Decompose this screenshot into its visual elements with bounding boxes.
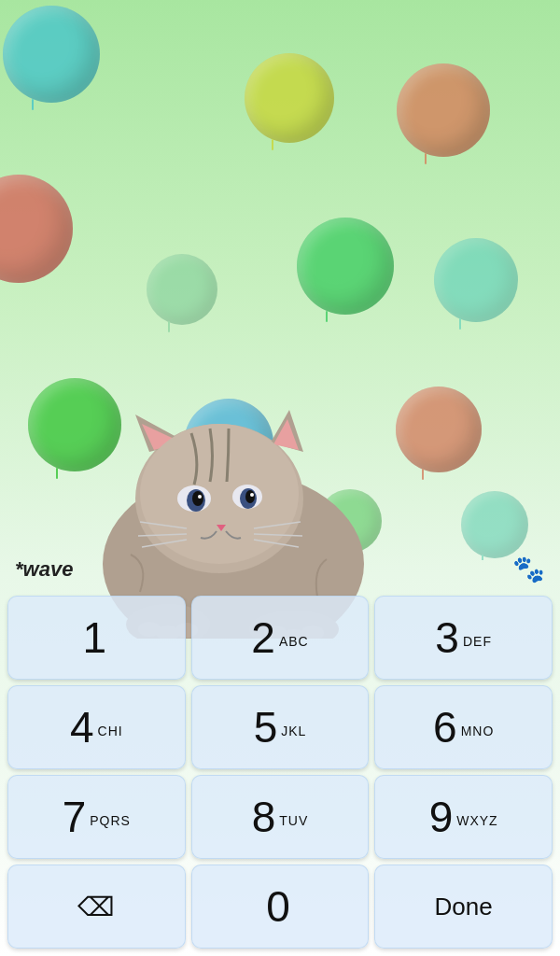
yarn-ball bbox=[0, 175, 73, 283]
key-9-number: 9 bbox=[429, 795, 454, 838]
yarn-ball bbox=[434, 238, 518, 322]
yarn-ball bbox=[245, 53, 334, 143]
key-7-button[interactable]: 7PQRS bbox=[7, 775, 186, 859]
yarn-ball bbox=[147, 254, 217, 325]
yarn-ball bbox=[297, 218, 394, 315]
yarn-ball bbox=[3, 6, 100, 103]
key-0-number: 0 bbox=[266, 885, 290, 928]
key-3-number: 3 bbox=[435, 616, 459, 659]
key-5-number: 5 bbox=[254, 706, 278, 749]
key-2-button[interactable]: 2ABC bbox=[191, 596, 370, 680]
key-6-letters: MNO bbox=[461, 724, 495, 738]
key-3-letters: DEF bbox=[463, 634, 492, 649]
key-7-letters: PQRS bbox=[90, 813, 131, 828]
backspace-icon: ⌫ bbox=[77, 892, 115, 922]
key-4-letters: CHI bbox=[98, 724, 123, 738]
yarn-ball bbox=[184, 399, 273, 488]
key-7-number: 7 bbox=[63, 795, 87, 838]
done-button[interactable]: Done bbox=[374, 865, 553, 949]
background bbox=[0, 0, 560, 560]
paw-icon[interactable]: 🐾 bbox=[512, 554, 545, 584]
yarn-ball bbox=[318, 489, 382, 553]
yarn-ball bbox=[28, 378, 121, 471]
key-1-button[interactable]: 1 bbox=[7, 596, 186, 680]
yarn-ball bbox=[396, 387, 482, 472]
key-4-number: 4 bbox=[70, 706, 94, 749]
header-bar: *wave 🐾 bbox=[0, 546, 560, 592]
key-1-number: 1 bbox=[83, 616, 107, 659]
yarn-ball bbox=[397, 63, 490, 157]
done-label: Done bbox=[435, 893, 493, 921]
backspace-button[interactable]: ⌫ bbox=[7, 865, 186, 949]
key-8-letters: TUV bbox=[279, 813, 308, 828]
key-8-number: 8 bbox=[252, 795, 276, 838]
key-9-letters: WXYZ bbox=[456, 813, 497, 828]
key-2-letters: ABC bbox=[279, 634, 309, 649]
key-5-button[interactable]: 5JKL bbox=[191, 685, 370, 769]
key-6-button[interactable]: 6MNO bbox=[374, 685, 553, 769]
key-4-button[interactable]: 4CHI bbox=[7, 685, 186, 769]
key-2-number: 2 bbox=[251, 616, 275, 659]
key-0-button[interactable]: 0 bbox=[191, 865, 370, 949]
key-5-letters: JKL bbox=[281, 724, 306, 738]
app-logo: *wave bbox=[15, 557, 73, 582]
keyboard-area: *wave 🐾 12ABC3DEF4CHI5JKL6MNO7PQRS8TUV9W… bbox=[0, 546, 560, 956]
key-9-button[interactable]: 9WXYZ bbox=[374, 775, 553, 859]
key-6-number: 6 bbox=[433, 706, 457, 749]
key-8-button[interactable]: 8TUV bbox=[191, 775, 370, 859]
key-3-button[interactable]: 3DEF bbox=[374, 596, 553, 680]
keypad: 12ABC3DEF4CHI5JKL6MNO7PQRS8TUV9WXYZ⌫0Don… bbox=[0, 592, 560, 956]
